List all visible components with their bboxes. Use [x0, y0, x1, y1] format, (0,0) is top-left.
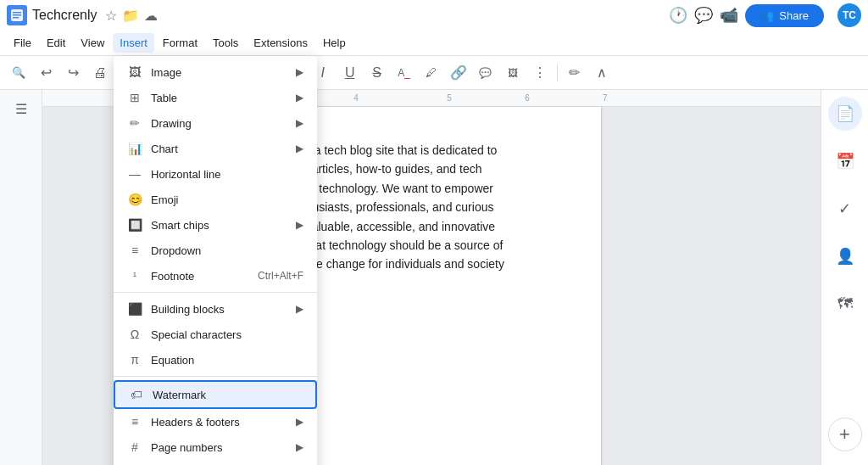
left-sidebar: ☰: [0, 90, 42, 465]
font-color-btn[interactable]: A_: [392, 61, 416, 85]
drawing-label: Drawing: [151, 117, 284, 130]
dropdown-icon: ≡: [127, 243, 142, 258]
table-label: Table: [151, 92, 284, 104]
building-blocks-icon: ⬛: [127, 301, 142, 317]
menu-item-equation[interactable]: π Equation: [114, 347, 317, 373]
add-button[interactable]: +: [828, 417, 862, 451]
menu-item-dropdown[interactable]: ≡ Dropdown: [114, 238, 317, 263]
menu-format[interactable]: Format: [156, 33, 204, 53]
menu-insert[interactable]: Insert: [113, 33, 154, 53]
chat-icon[interactable]: 💬: [694, 6, 713, 25]
dropdown-menu: 🖼 Image ▶ ⊞ Table ▶ ✏ Drawing ▶ 📊 Chart …: [114, 56, 317, 465]
menu-item-table[interactable]: ⊞ Table ▶: [114, 85, 317, 110]
smart-chips-icon: 🔲: [127, 217, 142, 232]
title-bar: Techcrenly ☆ 📁 ☁ 🕐 💬 📹 👥 Share TC: [0, 0, 868, 31]
menu-item-chart[interactable]: 📊 Chart ▶: [114, 136, 317, 161]
print-btn[interactable]: 🖨: [88, 61, 112, 85]
smart-chips-arrow: ▶: [296, 219, 303, 231]
menu-item-hline[interactable]: — Horizontal line: [114, 161, 317, 187]
svg-rect-2: [13, 14, 21, 16]
right-icon-tasks[interactable]: ✓: [828, 192, 862, 226]
image-icon: 🖼: [127, 64, 142, 80]
pen-btn[interactable]: ✏: [563, 61, 587, 85]
insert-dropdown: 🖼 Image ▶ ⊞ Table ▶ ✏ Drawing ▶ 📊 Chart …: [114, 56, 317, 465]
right-sidebar: 📄 📅 ✓ 👤 🗺 +: [821, 90, 868, 465]
menu-item-page-numbers[interactable]: # Page numbers ▶: [114, 434, 317, 460]
menu-extensions[interactable]: Extensions: [247, 33, 314, 53]
equation-label: Equation: [151, 354, 303, 367]
hline-label: Horizontal line: [151, 168, 303, 181]
sep-group1: [114, 292, 317, 293]
hline-icon: —: [127, 166, 142, 182]
drawing-arrow: ▶: [296, 117, 303, 129]
special-chars-label: Special characters: [151, 328, 303, 341]
headers-footers-icon: ≡: [127, 414, 142, 429]
zoom-btn[interactable]: 🔍: [7, 61, 31, 85]
history-icon[interactable]: 🕐: [669, 6, 687, 25]
redo-btn[interactable]: ↪: [61, 61, 85, 85]
right-icon-contacts[interactable]: 👤: [828, 239, 862, 273]
footnote-icon: ¹: [127, 268, 142, 283]
more-btn[interactable]: ⋮: [528, 61, 552, 85]
watermark-icon: 🏷: [129, 387, 144, 402]
undo-btn[interactable]: ↩: [34, 61, 58, 85]
page-numbers-icon: #: [127, 440, 142, 455]
headers-footers-label: Headers & footers: [151, 416, 284, 429]
menu-item-break[interactable]: ⬛ Break ▶: [114, 460, 317, 465]
menu-item-special-chars[interactable]: Ω Special characters: [114, 322, 317, 347]
sep-group2: [114, 376, 317, 377]
link-btn[interactable]: 🔗: [447, 61, 470, 85]
highlight-btn[interactable]: 🖊: [420, 61, 443, 85]
doc-text: / is a tech blog site that is dedicated …: [296, 141, 567, 274]
dropdown-label: Dropdown: [151, 244, 303, 257]
menu-file[interactable]: File: [7, 33, 38, 53]
menu-item-drawing[interactable]: ✏ Drawing ▶: [114, 110, 317, 136]
menu-item-image[interactable]: 🖼 Image ▶: [114, 59, 317, 85]
folder-icon[interactable]: 📁: [122, 8, 139, 24]
cloud-icon[interactable]: ☁: [144, 8, 158, 24]
right-icon-calendar[interactable]: 📅: [828, 144, 862, 178]
strikethrough-btn[interactable]: S: [365, 61, 389, 85]
svg-rect-1: [13, 12, 21, 14]
share-icon: 👥: [760, 9, 774, 22]
list-icon[interactable]: ☰: [9, 97, 33, 120]
underline-btn[interactable]: U: [338, 61, 362, 85]
star-icon[interactable]: ☆: [105, 8, 117, 24]
image-btn[interactable]: 🖼: [501, 61, 525, 85]
avatar[interactable]: TC: [837, 3, 861, 27]
svg-rect-3: [13, 17, 19, 19]
emoji-label: Emoji: [151, 193, 303, 206]
menu-item-building-blocks[interactable]: ⬛ Building blocks ▶: [114, 296, 317, 322]
table-icon: ⊞: [127, 90, 142, 105]
share-button[interactable]: 👥 Share: [745, 4, 824, 27]
building-blocks-arrow: ▶: [296, 303, 303, 315]
special-chars-icon: Ω: [127, 327, 142, 342]
page-numbers-label: Page numbers: [151, 441, 284, 454]
menu-edit[interactable]: Edit: [40, 33, 72, 53]
title-icons: ☆ 📁 ☁: [105, 8, 158, 24]
menu-item-emoji[interactable]: 😊 Emoji: [114, 187, 317, 212]
menu-bar: File Edit View Insert Format Tools Exten…: [0, 31, 868, 56]
menu-item-headers-footers[interactable]: ≡ Headers & footers ▶: [114, 409, 317, 434]
footnote-shortcut: Ctrl+Alt+F: [258, 270, 303, 282]
image-label: Image: [151, 66, 284, 79]
comment-btn[interactable]: 💬: [474, 61, 498, 85]
menu-item-footnote[interactable]: ¹ Footnote Ctrl+Alt+F: [114, 263, 317, 289]
chart-icon: 📊: [127, 141, 142, 156]
table-arrow: ▶: [296, 92, 303, 104]
doc-title: Techcrenly: [32, 8, 97, 23]
headers-footers-arrow: ▶: [296, 416, 303, 428]
menu-item-smart-chips[interactable]: 🔲 Smart chips ▶: [114, 212, 317, 238]
equation-icon: π: [127, 352, 142, 367]
right-icon-docs[interactable]: 📄: [828, 97, 862, 131]
menu-tools[interactable]: Tools: [206, 33, 245, 53]
right-icon-maps[interactable]: 🗺: [828, 287, 862, 321]
sep4: [557, 64, 558, 81]
menu-item-watermark[interactable]: 🏷 Watermark: [114, 380, 317, 409]
chevron-up-btn[interactable]: ∧: [590, 61, 614, 85]
menu-help[interactable]: Help: [316, 33, 353, 53]
menu-view[interactable]: View: [74, 33, 111, 53]
meet-icon[interactable]: 📹: [720, 6, 738, 25]
emoji-icon: 😊: [127, 192, 142, 207]
image-arrow: ▶: [296, 66, 303, 78]
